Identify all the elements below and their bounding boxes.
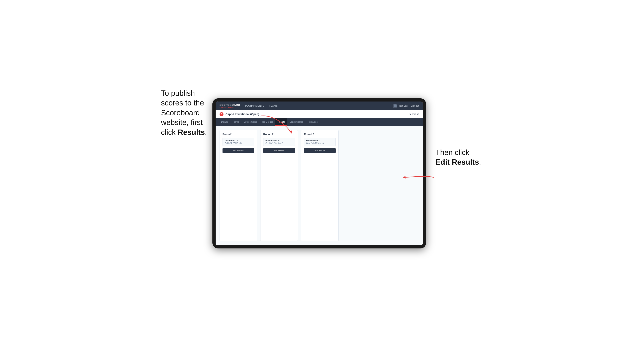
tournament-header: C Clippd Invitational (Open) Cancel ✕: [216, 110, 423, 118]
sign-out-link[interactable]: Sign out: [411, 105, 419, 107]
tournament-icon: C: [220, 112, 224, 116]
edit-results-bold-text: Edit Results: [436, 158, 479, 166]
round-3-card: Round 3 Peachtree GC Gold (M) (7010 yds)…: [301, 130, 338, 241]
logo-text: SCOREBOARD: [220, 104, 240, 106]
round-1-card: Round 1 Peachtree GC Gold (M) (7010 yds)…: [220, 130, 257, 241]
nav-tournaments[interactable]: TOURNAMENTS: [245, 104, 264, 108]
logo-sub: Powered by clippd: [220, 106, 240, 108]
tab-details[interactable]: Details: [219, 118, 230, 126]
instruction-period: .: [205, 128, 207, 137]
round-3-course-card: Peachtree GC Gold (M) (7010 yds): [304, 138, 336, 146]
round-3-course-name: Peachtree GC: [306, 140, 334, 142]
round-2-course-name: Peachtree GC: [266, 140, 293, 142]
round-2-course-details: Gold (M) (7010 yds): [266, 142, 293, 144]
avatar-icon: [394, 104, 396, 107]
content-area: C Clippd Invitational (Open) Cancel ✕ De…: [216, 110, 423, 245]
instruction-period-2: .: [479, 158, 481, 166]
round-2-card: Round 2 Peachtree GC Gold (M) (7010 yds)…: [260, 130, 298, 241]
round-1-course-card: Peachtree GC Gold (M) (7010 yds): [222, 138, 254, 146]
tab-printables[interactable]: Printables: [306, 118, 320, 126]
logo-area: SCOREBOARD Powered by clippd: [220, 104, 240, 108]
round-3-title: Round 3: [304, 133, 336, 136]
tab-leaderboards[interactable]: Leaderboards: [288, 118, 306, 126]
instruction-bottom-right: Then click Edit Results.: [436, 148, 483, 167]
nav-teams[interactable]: TEAMS: [269, 104, 278, 108]
nav-links: TOURNAMENTS TEAMS: [245, 104, 393, 108]
round-1-course-name: Peachtree GC: [225, 140, 252, 142]
cancel-label: Cancel: [409, 113, 416, 116]
results-bold-text: Results: [178, 128, 205, 137]
round-1-edit-results-button[interactable]: Edit Results: [222, 148, 254, 153]
tab-teams[interactable]: Teams: [230, 118, 241, 126]
main-content: Round 1 Peachtree GC Gold (M) (7010 yds)…: [216, 126, 423, 245]
round-2-title: Round 2: [263, 133, 295, 136]
instruction-text-then: Then click: [436, 148, 469, 157]
tab-results[interactable]: Results: [275, 118, 288, 126]
cancel-button[interactable]: Cancel ✕: [409, 113, 419, 116]
tab-course-setup[interactable]: Course Setup: [241, 118, 259, 126]
tournament-title: Clippd Invitational (Open): [226, 113, 409, 116]
tablet-device: SCOREBOARD Powered by clippd TOURNAMENTS…: [212, 98, 426, 248]
close-icon: ✕: [417, 113, 419, 116]
nav-user: Test User | Sign out: [393, 104, 419, 108]
round-3-edit-results-button[interactable]: Edit Results: [304, 148, 336, 153]
sub-nav: Details Teams Course Setup Tee Groups Re…: [216, 118, 423, 126]
tablet-screen: SCOREBOARD Powered by clippd TOURNAMENTS…: [216, 102, 423, 245]
round-1-title: Round 1: [222, 133, 254, 136]
tab-tee-groups[interactable]: Tee Groups: [259, 118, 275, 126]
user-name: Test User |: [399, 105, 409, 107]
instruction-top-left: To publish scores to the Scoreboard webs…: [161, 88, 212, 137]
round-2-edit-results-button[interactable]: Edit Results: [263, 148, 295, 153]
round-1-course-details: Gold (M) (7010 yds): [225, 142, 252, 144]
round-3-course-details: Gold (M) (7010 yds): [306, 142, 334, 144]
round-2-course-card: Peachtree GC Gold (M) (7010 yds): [263, 138, 295, 146]
top-nav: SCOREBOARD Powered by clippd TOURNAMENTS…: [216, 102, 423, 110]
user-avatar: [393, 104, 397, 108]
